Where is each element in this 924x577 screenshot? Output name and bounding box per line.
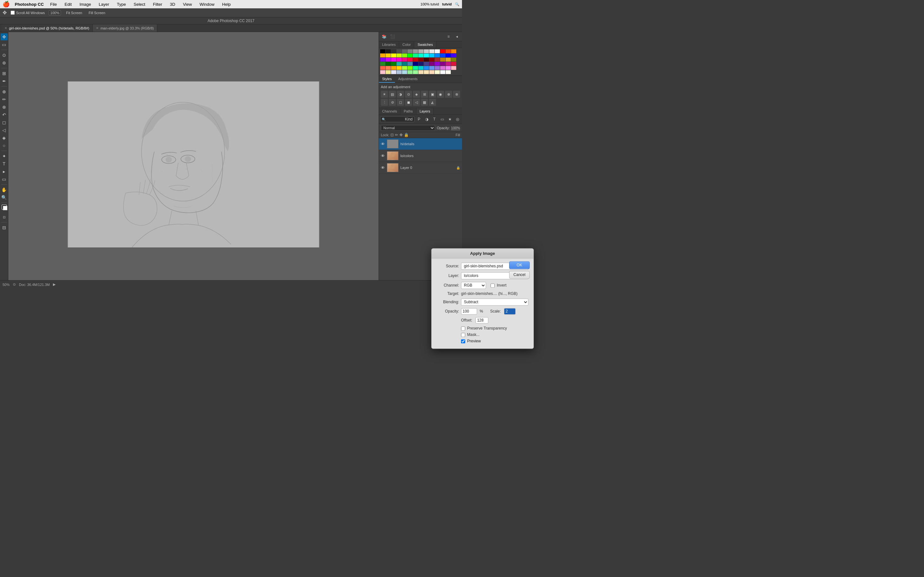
libraries-icon-btn[interactable]: 📚 [381,33,387,40]
swatch-cell[interactable] [386,58,391,61]
swatch-cell[interactable] [418,58,423,61]
swatch-cell[interactable] [418,66,423,70]
swatch-cell[interactable] [429,70,435,74]
swatch-cell[interactable] [397,58,402,61]
swatch-cell[interactable] [429,62,435,66]
swatch-cell[interactable] [407,49,413,53]
menu-select[interactable]: Select [132,2,146,7]
adj-posterize[interactable]: ◻ [397,99,404,106]
eyedropper-tool[interactable]: ✒ [1,77,8,85]
zoom-tool[interactable]: 🔍 [1,194,8,201]
tab-close-girl[interactable]: ✕ [5,26,7,30]
tab-libraries[interactable]: Libraries [379,41,399,48]
menu-help[interactable]: Help [221,2,232,7]
tab-swatches[interactable]: Swatches [414,41,436,48]
swatch-cell[interactable] [440,66,445,70]
swatch-cell[interactable] [424,53,429,57]
adj-vibrance[interactable]: ◈ [413,91,420,98]
screen-mode-toggle[interactable]: ⊟ [1,224,8,231]
swatch-cell[interactable] [451,62,456,66]
swatch-cell[interactable] [446,66,451,70]
tab-channels[interactable]: Channels [379,108,401,114]
swatch-cell[interactable] [424,70,429,74]
panel-collapse-btn[interactable]: ◂ [454,33,460,40]
swatch-cell[interactable] [413,53,418,57]
swatch-cell[interactable] [424,66,429,70]
tab-man-elderly[interactable]: ✕ man-elderly.jpg @ 33.3% (RGB/8) [93,24,157,32]
layer-item-layer0[interactable]: 👁 Layer 0 🔒 [379,162,462,174]
swatch-cell[interactable] [435,58,440,61]
menu-3d[interactable]: 3D [169,2,177,7]
fit-screen-button[interactable]: Fit Screen [65,10,83,15]
swatch-cell[interactable] [407,53,413,57]
adj-exposure[interactable]: ⊙ [405,91,412,98]
swatch-cell[interactable] [407,70,413,74]
swatch-cell[interactable] [413,66,418,70]
channel-select[interactable]: RGB [461,282,462,288]
adj-black-white[interactable]: ◉ [437,91,444,98]
gradient-tool[interactable]: ◁ [1,127,8,134]
tab-girl-skin[interactable]: ✕ girl-skin-blemishes.psd @ 50% (hi/deta… [1,24,93,32]
swatch-cell[interactable] [413,62,418,66]
swatch-cell[interactable] [440,53,445,57]
fill-screen-button[interactable]: Fill Screen [87,10,107,15]
source-select[interactable]: girl-skin-blemishes.psd [461,263,462,269]
swatch-cell[interactable] [418,49,423,53]
swatch-cell[interactable] [386,49,391,53]
text-tool[interactable]: T [1,160,8,167]
swatch-cell[interactable] [380,66,385,70]
visibility-hi-details[interactable]: 👁 [381,142,385,147]
adj-color-lookup[interactable]: ⋮ [381,99,388,106]
adj-invert[interactable]: ⊘ [389,99,396,106]
tab-paths[interactable]: Paths [401,108,416,114]
layer-filter-shape[interactable]: ▭ [439,116,445,122]
swatch-cell[interactable] [413,58,418,61]
swatch-cell[interactable] [386,62,391,66]
menu-window[interactable]: Window [198,2,216,7]
scroll-all-windows-input[interactable] [11,11,15,15]
visibility-lo-colors[interactable]: 👁 [381,153,385,158]
visibility-layer0[interactable]: 👁 [381,165,385,170]
swatch-cell[interactable] [435,66,440,70]
swatch-cell[interactable] [402,62,407,66]
layer-filter-type[interactable]: P [416,116,422,122]
swatch-cell[interactable] [424,58,429,61]
foreground-color[interactable] [2,205,7,210]
adjustments-icon-btn[interactable]: ⬛ [389,33,396,40]
swatch-cell[interactable] [402,53,407,57]
canvas-area[interactable] [8,32,379,280]
move-tool[interactable]: ✥ [1,33,8,40]
layer-select[interactable]: lo/colors [461,272,462,279]
tab-color[interactable]: Color [399,41,414,48]
path-select-tool[interactable]: ▸ [1,168,8,175]
swatch-cell[interactable] [451,58,456,61]
swatch-cell[interactable] [429,49,435,53]
swatch-cell[interactable] [391,62,396,66]
adj-photo-filter[interactable]: ⊕ [445,91,452,98]
swatch-cell[interactable] [418,62,423,66]
tab-layers[interactable]: Layers [417,108,434,114]
swatch-cell[interactable] [413,70,418,74]
swatch-cell[interactable] [435,53,440,57]
swatch-cell[interactable] [402,66,407,70]
swatch-cell[interactable] [391,58,396,61]
lock-image[interactable]: ✏ [395,133,398,137]
adj-brightness[interactable]: ☀ [381,91,388,98]
swatch-cell[interactable] [446,53,451,57]
menu-type[interactable]: Type [115,2,127,7]
swatch-cell[interactable] [446,70,451,74]
swatch-cell[interactable] [429,58,435,61]
adj-selective-color[interactable]: ▦ [421,99,428,106]
marquee-tool[interactable]: ▭ [1,41,8,48]
swatch-cell[interactable] [391,70,396,74]
swatch-cell[interactable] [435,62,440,66]
adj-hue-sat[interactable]: ⊞ [421,91,428,98]
menu-layer[interactable]: Layer [97,2,111,7]
swatch-cell[interactable] [440,62,445,66]
swatch-cell[interactable] [424,62,429,66]
swatch-cell[interactable] [380,49,385,53]
swatch-cell[interactable] [407,62,413,66]
swatch-cell[interactable] [440,70,445,74]
pen-tool[interactable]: ✦ [1,153,8,160]
healing-brush-tool[interactable]: ⊕ [1,88,8,95]
